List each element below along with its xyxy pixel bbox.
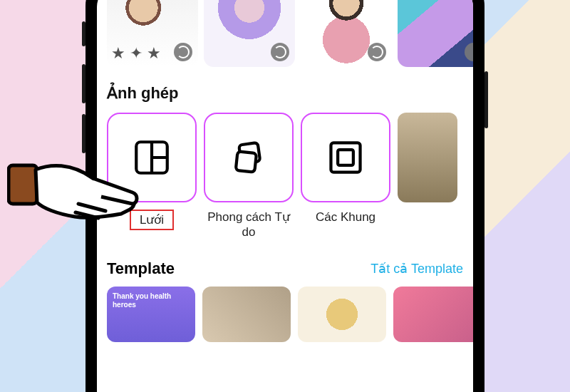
collage-option-freestyle[interactable] <box>204 113 294 202</box>
collage-option-grid[interactable] <box>107 113 197 202</box>
refresh-icon <box>177 46 190 58</box>
refresh-icon <box>370 46 383 58</box>
art-style-card[interactable] <box>301 0 392 67</box>
collage-options-row: Lưới Phong cách Tự do <box>107 113 463 241</box>
phone-side-button <box>82 64 86 103</box>
see-all-templates-link[interactable]: Tất cả Template <box>370 261 463 277</box>
phone-side-button <box>82 21 86 46</box>
template-card[interactable] <box>393 287 473 342</box>
phone-frame: Ảnh ghép Lưới <box>86 0 484 392</box>
art-style-card[interactable] <box>398 0 473 67</box>
collage-section-title: Ảnh ghép <box>107 84 463 103</box>
grid-icon <box>131 137 172 178</box>
refresh-icon <box>274 46 286 58</box>
svg-rect-6 <box>338 150 353 165</box>
template-caption: Thank you health heroes <box>113 292 171 309</box>
collage-option-label: Lưới <box>140 213 164 227</box>
svg-rect-4 <box>236 151 256 172</box>
collage-option-label: Các Khung <box>301 210 390 241</box>
frames-icon <box>325 137 366 178</box>
template-card[interactable] <box>202 287 291 342</box>
template-card[interactable]: Thank you health heroes <box>107 287 195 342</box>
svg-rect-5 <box>331 143 360 172</box>
art-style-card[interactable] <box>204 0 295 67</box>
freestyle-icon <box>228 137 269 178</box>
svg-rect-7 <box>9 165 37 204</box>
collage-option-frames[interactable] <box>301 113 390 202</box>
template-row[interactable]: Thank you health heroes <box>107 287 463 342</box>
phone-side-button <box>484 71 488 128</box>
phone-side-button <box>82 114 86 153</box>
art-style-card[interactable] <box>107 0 198 67</box>
art-style-row[interactable] <box>107 0 463 67</box>
template-section-title: Template <box>107 259 175 278</box>
template-card[interactable] <box>298 287 386 342</box>
collage-sample-thumb[interactable] <box>398 113 457 202</box>
highlighted-label-box: Lưới <box>130 210 174 230</box>
collage-option-label: Phong cách Tự do <box>204 210 294 241</box>
phone-screen: Ảnh ghép Lưới <box>97 0 473 392</box>
